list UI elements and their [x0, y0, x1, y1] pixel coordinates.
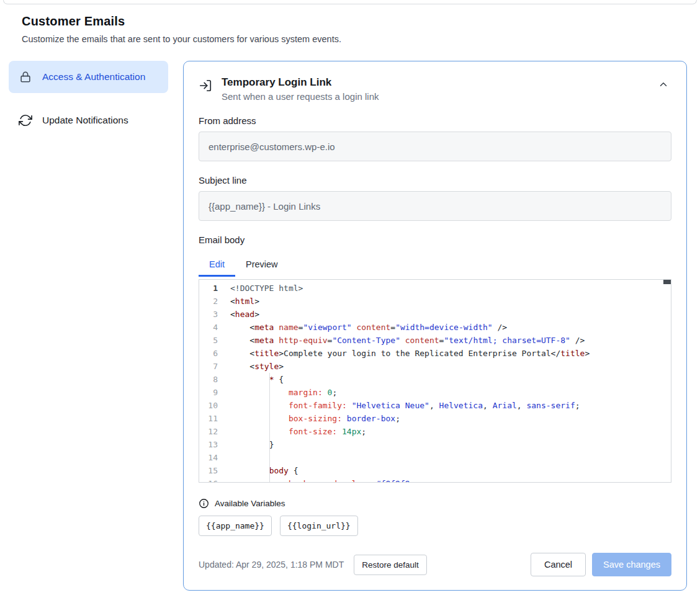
line-number: 4: [199, 321, 225, 334]
restore-default-button[interactable]: Restore default: [354, 555, 427, 575]
line-number: 8: [199, 373, 225, 386]
code-line[interactable]: * {: [230, 373, 671, 386]
from-address-label: From address: [199, 115, 671, 126]
cancel-button[interactable]: Cancel: [531, 553, 586, 576]
code-line[interactable]: <title>Complete your login to the Replic…: [230, 347, 671, 360]
sidebar-item-label: Update Notifications: [42, 113, 128, 128]
from-address-input[interactable]: [199, 132, 671, 161]
code-line[interactable]: <head>: [230, 308, 671, 321]
line-number: 13: [199, 438, 225, 451]
code-line[interactable]: <meta name="viewport" content="width=dev…: [230, 321, 671, 334]
lock-icon: [19, 70, 32, 84]
editor-gutter: 12345678910111213141516: [199, 280, 225, 482]
sidebar-item-access-authentication[interactable]: Access & Authentication: [9, 61, 168, 93]
page-subtitle: Customize the emails that are sent to yo…: [22, 34, 678, 44]
code-line[interactable]: font-size: 14px;: [230, 425, 671, 438]
panel-header-text: Temporary Login Link Sent when a user re…: [222, 76, 379, 102]
code-line[interactable]: font-family: "Helvetica Neue", Helvetica…: [230, 399, 671, 412]
scrollbar-thumb[interactable]: [663, 280, 671, 284]
variable-chips: {{app_name}}{{login_url}}: [199, 516, 671, 536]
sidebar-item-label: Access & Authentication: [42, 69, 145, 84]
available-variables-row: Available Variables: [199, 498, 671, 509]
previous-card-bottom-edge: [3, 0, 697, 4]
code-line[interactable]: <!DOCTYPE html>: [230, 282, 671, 295]
available-variables-label: Available Variables: [215, 499, 285, 508]
variable-chip[interactable]: {{login_url}}: [280, 516, 358, 536]
main-layout: Access & Authentication Update Notificat…: [0, 61, 700, 591]
panel-subtitle: Sent when a user requests a login link: [222, 91, 379, 102]
line-number: 14: [199, 451, 225, 464]
panel-header: Temporary Login Link Sent when a user re…: [199, 76, 671, 102]
chevron-up-icon: [658, 83, 669, 92]
line-number: 11: [199, 412, 225, 425]
email-types-sidebar: Access & Authentication Update Notificat…: [9, 61, 168, 136]
line-number: 7: [199, 360, 225, 373]
refresh-icon: [19, 114, 32, 127]
line-number: 3: [199, 308, 225, 321]
subject-line-label: Subject line: [199, 175, 671, 186]
page-header: Customer Emails Customize the emails tha…: [22, 14, 678, 44]
code-line[interactable]: <style>: [230, 360, 671, 373]
code-line[interactable]: box-sizing: border-box;: [230, 412, 671, 425]
tab-preview[interactable]: Preview: [235, 254, 289, 277]
save-changes-button[interactable]: Save changes: [592, 553, 671, 576]
code-line[interactable]: background-color: #f9f9f9;: [230, 477, 671, 482]
panel-title: Temporary Login Link: [222, 76, 379, 89]
line-number: 15: [199, 464, 225, 477]
page-title: Customer Emails: [22, 14, 678, 29]
line-number: 16: [199, 477, 225, 483]
email-body-label: Email body: [199, 235, 671, 245]
line-number: 2: [199, 295, 225, 308]
code-line[interactable]: <html>: [230, 295, 671, 308]
code-line[interactable]: margin: 0;: [230, 386, 671, 399]
variable-chip[interactable]: {{app_name}}: [199, 516, 272, 536]
tab-edit[interactable]: Edit: [199, 254, 235, 277]
line-number: 9: [199, 386, 225, 399]
collapse-panel-button[interactable]: [655, 76, 671, 94]
email-settings-panel: Temporary Login Link Sent when a user re…: [183, 61, 687, 591]
code-lines[interactable]: <!DOCTYPE html><html><head> <meta name="…: [225, 280, 671, 482]
panel-footer: Updated: Apr 29, 2025, 1:18 PM MDT Resto…: [199, 553, 671, 576]
indent-guide: [269, 373, 270, 482]
code-editor[interactable]: 12345678910111213141516 <!DOCTYPE html><…: [199, 279, 671, 483]
code-line[interactable]: body {: [230, 464, 671, 477]
code-line[interactable]: <meta http-equiv="Content-Type" content=…: [230, 334, 671, 347]
line-number: 5: [199, 334, 225, 347]
code-line[interactable]: [230, 451, 671, 464]
sidebar-item-update-notifications[interactable]: Update Notifications: [9, 104, 168, 136]
editor-tabs: Edit Preview: [199, 254, 671, 277]
line-number: 10: [199, 399, 225, 412]
updated-timestamp: Updated: Apr 29, 2025, 1:18 PM MDT: [199, 560, 344, 570]
line-number: 1: [199, 282, 225, 295]
log-in-icon: [199, 79, 212, 102]
code-line[interactable]: }: [230, 438, 671, 451]
subject-line-input[interactable]: [199, 191, 671, 221]
line-number: 12: [199, 425, 225, 438]
info-icon: [199, 498, 209, 509]
line-number: 6: [199, 347, 225, 360]
